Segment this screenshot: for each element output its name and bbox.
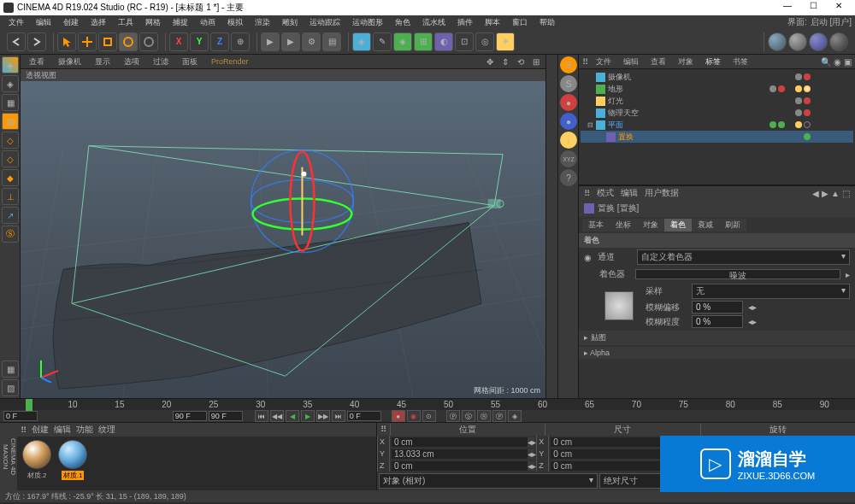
om-tab-view[interactable]: 查看 bbox=[646, 56, 670, 67]
attr-stepper[interactable]: ◂▸ bbox=[748, 302, 757, 312]
render-settings-button[interactable]: ⚙ bbox=[302, 32, 321, 51]
window-close-button[interactable]: ✕ bbox=[826, 0, 852, 15]
om-tab-file[interactable]: 文件 bbox=[592, 56, 616, 67]
array-button[interactable]: ⊞ bbox=[414, 32, 433, 51]
tl-range-end2[interactable] bbox=[209, 411, 243, 421]
deformer-button[interactable]: ◐ bbox=[434, 32, 453, 51]
tl-kf-scale[interactable]: Ⓢ bbox=[462, 410, 475, 422]
attr-up-icon[interactable]: ▲ bbox=[831, 189, 840, 198]
attr-menu-user[interactable]: 用户数据 bbox=[645, 187, 679, 199]
object-tree[interactable]: 摄像机 地形 灯光 物理天空 ⊟ 平面 bbox=[579, 69, 855, 185]
z-axis-lock[interactable]: Z bbox=[210, 32, 229, 51]
tl-range-end[interactable] bbox=[173, 411, 207, 421]
pen-button[interactable]: ✎ bbox=[373, 32, 392, 51]
expand-icon[interactable]: ⊟ bbox=[587, 121, 593, 129]
tl-goto-start[interactable]: ⏮ bbox=[255, 410, 268, 422]
tl-rec-key[interactable]: ● bbox=[392, 410, 405, 422]
menu-create[interactable]: 创建 bbox=[58, 17, 84, 28]
mm-menu-icon[interactable]: ⠿ bbox=[21, 425, 27, 435]
tl-current-frame[interactable] bbox=[347, 411, 381, 421]
vp-tab-prorender[interactable]: ProRender bbox=[206, 57, 254, 66]
cube-primitive-button[interactable]: ◈ bbox=[352, 32, 371, 51]
tl-autokey[interactable]: ◉ bbox=[407, 410, 421, 422]
attr-tab-refresh[interactable]: 刷新 bbox=[719, 219, 746, 231]
material-2[interactable]: 材质.2 bbox=[21, 440, 53, 487]
obj-row-light[interactable]: 灯光 bbox=[581, 95, 853, 107]
menu-help[interactable]: 帮助 bbox=[534, 17, 560, 28]
menu-pipeline[interactable]: 流水线 bbox=[417, 17, 451, 28]
scheme-sphere-1[interactable] bbox=[768, 32, 787, 51]
point-mode[interactable]: ◇ bbox=[2, 132, 19, 149]
generator-button[interactable]: ◈ bbox=[393, 32, 412, 51]
render-picture-button[interactable]: ▶ bbox=[281, 32, 300, 51]
obj-row-camera[interactable]: 摄像机 bbox=[581, 71, 853, 83]
make-editable-button[interactable]: ◈ bbox=[2, 56, 19, 73]
render-queue-button[interactable]: ▤ bbox=[322, 32, 341, 51]
vp-tab-panel[interactable]: 面板 bbox=[177, 56, 203, 67]
model-mode[interactable]: ◈ bbox=[2, 75, 19, 92]
menu-select[interactable]: 选择 bbox=[86, 17, 111, 28]
menu-character[interactable]: 角色 bbox=[390, 17, 416, 28]
texture-mode[interactable]: ▦ bbox=[2, 94, 19, 111]
tl-kf-rot[interactable]: Ⓡ bbox=[477, 410, 491, 422]
pos-x[interactable]: 0 cm bbox=[392, 437, 528, 447]
pos-y[interactable]: 13.033 cm bbox=[392, 449, 528, 459]
cm-menu-icon[interactable]: ⠿ bbox=[377, 425, 390, 434]
workplane-toggle[interactable]: ▨ bbox=[2, 379, 19, 396]
om-menu-icon[interactable]: ⠿ bbox=[582, 57, 588, 67]
menu-sculpt[interactable]: 雕刻 bbox=[277, 17, 303, 28]
attr-tab-basic[interactable]: 基本 bbox=[582, 219, 610, 231]
vp-tab-display[interactable]: 显示 bbox=[90, 56, 115, 67]
polygon-mode[interactable]: ◆ bbox=[2, 169, 19, 186]
om-tab-object[interactable]: 对象 bbox=[674, 56, 698, 67]
environment-button[interactable]: ⊡ bbox=[455, 32, 474, 51]
scale-tool[interactable] bbox=[98, 32, 117, 51]
attr-tab-falloff[interactable]: 衰减 bbox=[692, 219, 719, 231]
attr-tab-object[interactable]: 对象 bbox=[637, 219, 664, 231]
vp-tab-view[interactable]: 查看 bbox=[24, 56, 50, 67]
vp-tab-camera[interactable]: 摄像机 bbox=[53, 56, 86, 67]
obj-row-displace[interactable]: 置换 bbox=[581, 131, 853, 143]
menu-plugins[interactable]: 插件 bbox=[452, 17, 478, 28]
vp-nav-move-icon[interactable]: ✥ bbox=[484, 56, 496, 67]
content-red[interactable]: ● bbox=[560, 94, 577, 111]
playhead[interactable] bbox=[26, 399, 32, 411]
attr-shader-arrow[interactable]: ▸ bbox=[846, 270, 850, 279]
menu-window[interactable]: 窗口 bbox=[507, 17, 533, 28]
vp-tab-options[interactable]: 选项 bbox=[119, 56, 144, 67]
obj-row-plane[interactable]: ⊟ 平面 bbox=[581, 119, 853, 131]
mm-tab-create[interactable]: 创建 bbox=[32, 424, 49, 436]
select-tool[interactable] bbox=[57, 32, 76, 51]
tl-step-back[interactable]: ◀◀ bbox=[270, 410, 284, 422]
layout-dropdown[interactable]: 启动 [用户] bbox=[811, 16, 852, 28]
scheme-sphere-2[interactable] bbox=[788, 32, 807, 51]
om-eye-icon[interactable]: ◉ bbox=[834, 57, 841, 67]
om-tab-tags[interactable]: 标签 bbox=[701, 56, 725, 67]
content-yellow[interactable]: ↓ bbox=[560, 132, 577, 149]
last-tool[interactable] bbox=[139, 32, 158, 51]
menu-snap[interactable]: 捕捉 bbox=[168, 17, 193, 28]
coord-system[interactable]: ⊕ bbox=[231, 32, 250, 51]
tl-kf-pla[interactable]: ◈ bbox=[508, 410, 522, 422]
obj-row-terrain[interactable]: 地形 bbox=[581, 83, 853, 95]
vp-tab-filter[interactable]: 过滤 bbox=[148, 56, 174, 67]
attr-group-alpha[interactable]: Alpha bbox=[579, 347, 855, 359]
mm-tab-edit[interactable]: 编辑 bbox=[54, 424, 71, 436]
move-tool[interactable] bbox=[78, 32, 97, 51]
menu-simulate[interactable]: 模拟 bbox=[222, 17, 248, 28]
menu-tools[interactable]: 工具 bbox=[113, 17, 139, 28]
attr-menu-icon[interactable]: ⠿ bbox=[584, 189, 590, 198]
scheme-sphere-4[interactable] bbox=[829, 32, 848, 51]
undo-button[interactable] bbox=[7, 32, 26, 51]
window-maximize-button[interactable]: ☐ bbox=[800, 0, 826, 15]
content-browser-1[interactable]: S bbox=[560, 56, 577, 73]
attr-fwd-icon[interactable]: ▶ bbox=[822, 189, 828, 198]
viewport-vscroll[interactable] bbox=[545, 55, 557, 398]
y-axis-lock[interactable]: Y bbox=[190, 32, 209, 51]
pos-z[interactable]: 0 cm bbox=[392, 461, 528, 471]
menu-render[interactable]: 渲染 bbox=[250, 17, 275, 28]
tl-play-back[interactable]: ◀ bbox=[286, 410, 299, 422]
timeline-ruler[interactable]: 510 1520 2530 3540 4550 5560 6570 7580 8… bbox=[0, 399, 855, 410]
attr-shader-slot[interactable]: 噪波 bbox=[635, 269, 840, 279]
vp-nav-rotate-icon[interactable]: ⟲ bbox=[515, 56, 527, 67]
